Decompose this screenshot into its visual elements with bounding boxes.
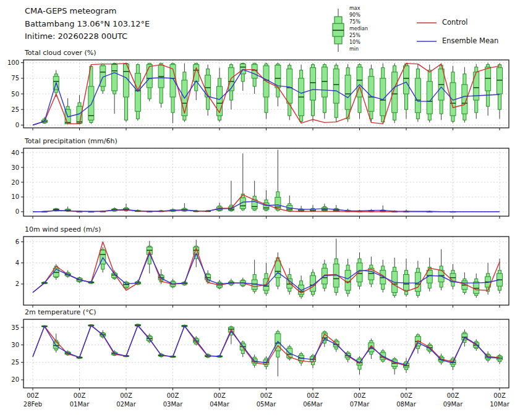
box-25-75: [310, 68, 316, 100]
box-plot: [228, 181, 234, 212]
box-25-75: [497, 68, 503, 94]
box-plot: [299, 352, 304, 366]
box-plot: [357, 356, 362, 374]
box-plot: [333, 64, 339, 122]
panel-precipitation: 010203040: [11, 148, 509, 219]
y-tick-label: 30: [11, 164, 19, 171]
x-tick-hour-label: 00Z: [400, 392, 412, 399]
box-plot: [322, 204, 327, 212]
x-tick-hour-label: 00Z: [493, 392, 506, 399]
box-plot: [147, 63, 152, 102]
box-25-75: [88, 86, 94, 120]
box-25-75: [287, 279, 292, 288]
x-tick-date-label: 08Mar: [396, 401, 416, 408]
x-tick-date-label: 07Mar: [350, 401, 370, 408]
box-plot: [474, 274, 479, 298]
box-plot: [322, 64, 327, 119]
panel-title-cloud-cover: Total cloud cover (%): [25, 49, 96, 57]
x-tick-hour-label: 00Z: [447, 392, 459, 399]
box-plot: [299, 275, 304, 299]
box-plot: [263, 190, 269, 211]
box-plot: [333, 205, 339, 212]
meteogram-app: { "header": { "title": "CMA-GEPS meteogr…: [0, 0, 520, 420]
y-tick-label: 100: [7, 59, 19, 66]
box-25-75: [427, 82, 432, 114]
box-plot: [100, 64, 106, 94]
box-plot: [310, 205, 316, 212]
y-tick-label: 10: [11, 193, 19, 200]
x-tick-date-label: 06Mar: [303, 401, 323, 408]
x-tick-date-label: 03Mar: [163, 401, 183, 408]
page-title: CMA-GEPS meteogram: [25, 5, 150, 18]
y-tick-label: 40: [11, 149, 19, 156]
y-tick-label: 50: [11, 91, 19, 98]
box-plot: [333, 238, 339, 295]
x-tick-hour-label: 00Z: [27, 392, 39, 399]
box-plot: [228, 279, 234, 286]
box-plot: [287, 64, 292, 120]
x-tick-hour-label: 00Z: [120, 392, 132, 399]
box-plot: [170, 63, 176, 124]
box-25-75: [345, 271, 351, 290]
box-plot: [252, 260, 257, 294]
box-25-75: [287, 69, 292, 104]
x-tick-hour-label: 00Z: [260, 392, 273, 399]
y-tick-label: 35: [11, 324, 19, 331]
x-tick-hour-label: 00Z: [74, 392, 86, 399]
box-plot: [404, 63, 409, 119]
legend-label-min: min: [349, 47, 359, 52]
legend-label-75: 75%: [349, 20, 360, 25]
y-tick-label: 4: [15, 259, 19, 266]
x-tick-hour-label: 00Z: [307, 392, 319, 399]
x-tick-date-label: 10Mar: [490, 401, 509, 408]
location-label: Battambang 13.06°N 103.12°E: [25, 18, 150, 31]
box-plot: [462, 67, 467, 123]
x-tick-date-label: 28Feb: [23, 401, 42, 408]
box-25-75: [345, 75, 351, 110]
y-tick-label: 75: [11, 75, 19, 82]
y-tick-label: 25: [11, 359, 19, 366]
box-plot: [112, 63, 117, 114]
y-tick-label: 2: [15, 280, 19, 287]
meteogram-chart: 02550751000102030402462025303500Z28Feb00…: [0, 0, 520, 420]
box-plot: [158, 63, 164, 108]
box-plot: [77, 95, 82, 124]
box-plot: [497, 259, 503, 293]
panel-title-wind-speed: 10m wind speed (m/s): [25, 225, 101, 233]
x-tick-date-label: 01Mar: [70, 401, 90, 408]
control-line-swatch: [416, 20, 440, 26]
panel-title-temperature: 2m temperature (°C): [25, 308, 96, 316]
legend-label-max: max: [349, 6, 360, 11]
box-plot: [228, 64, 234, 110]
box-plot: [240, 278, 245, 287]
box-plot: [427, 65, 432, 123]
box-plot: [275, 330, 281, 376]
box-plot: [450, 264, 456, 289]
box-plot: [450, 66, 456, 124]
y-tick-label: 0: [15, 122, 19, 128]
box-plot: [427, 258, 432, 292]
box-plot: [497, 64, 503, 119]
legend-label-10: 10%: [349, 40, 360, 45]
panel-temperature: 2025303500Z28Feb00Z01Mar00Z02Mar00Z03Mar…: [11, 319, 509, 408]
box-plot: [485, 63, 491, 116]
box-25-75: [474, 282, 479, 293]
panel-wind-speed: 246: [15, 237, 509, 308]
box-plot: [217, 68, 223, 122]
legend-control-label: Control: [442, 18, 468, 27]
box-plot: [369, 65, 374, 122]
x-tick-date-label: 09Mar: [443, 401, 463, 408]
ensemble-line-swatch: [416, 38, 440, 44]
y-tick-label: 25: [11, 106, 19, 113]
box-plot: [392, 357, 398, 374]
inittime-label: Initime: 20260228 00UTC: [25, 30, 150, 43]
legend-label-90: 90%: [349, 13, 360, 18]
box-plot: [392, 258, 398, 298]
box-plot: [287, 268, 292, 295]
box-plot: [135, 64, 140, 121]
y-tick-label: 20: [11, 376, 19, 383]
y-tick-label: 20: [11, 179, 19, 186]
box-plot: [263, 63, 269, 119]
legend-ensemble-label: Ensemble Mean: [442, 36, 498, 45]
box-25-75: [112, 65, 117, 91]
